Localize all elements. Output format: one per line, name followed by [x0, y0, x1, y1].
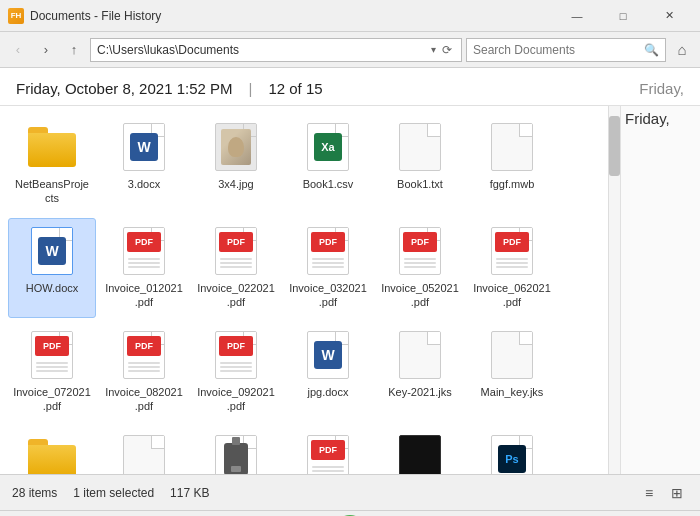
list-item[interactable]: PDF Invoice_062021.pdf: [468, 218, 556, 318]
black-file-icon: [394, 433, 446, 474]
list-item[interactable]: PDF Invoice_032021.pdf: [284, 218, 372, 318]
file-label: HOW.docx: [26, 281, 79, 295]
right-panel: Friday,: [620, 106, 700, 474]
word-file-icon: W: [118, 121, 170, 173]
excel-file-icon: Xa: [302, 121, 354, 173]
list-item[interactable]: PDF Invoice_092021.pdf: [192, 322, 280, 422]
generic-file-icon: [118, 433, 170, 474]
view-controls: ≡ ⊞: [638, 482, 688, 504]
list-item[interactable]: Ps: [468, 426, 556, 474]
list-item[interactable]: PDF Invoice_052021.pdf: [376, 218, 464, 318]
file-label: Invoice_092021.pdf: [197, 385, 275, 414]
list-item[interactable]: Main_key.jks: [468, 322, 556, 422]
pdf-file-icon: PDF: [394, 225, 446, 277]
list-item[interactable]: PDF: [284, 426, 372, 474]
file-label: Book1.csv: [303, 177, 354, 191]
pdf-file-icon: PDF: [118, 225, 170, 277]
list-item[interactable]: PDF Invoice_022021.pdf: [192, 218, 280, 318]
file-label: Key-2021.jks: [388, 385, 452, 399]
pdf-file-icon: PDF: [302, 433, 354, 474]
selected-count: 1 item selected: [73, 486, 154, 500]
file-label: Invoice_052021.pdf: [381, 281, 459, 310]
list-item[interactable]: [192, 426, 280, 474]
title-bar: FH Documents - File History — □ ✕: [0, 0, 700, 32]
file-label: Invoice_082021.pdf: [105, 385, 183, 414]
file-count: 12 of 15: [268, 80, 322, 97]
right-panel-date: Friday,: [625, 110, 670, 127]
pdf-file-icon: PDF: [210, 225, 262, 277]
file-label: Invoice_022021.pdf: [197, 281, 275, 310]
pdf-file-icon: PDF: [302, 225, 354, 277]
list-item[interactable]: Key-2021.jks: [376, 322, 464, 422]
up-button[interactable]: ↑: [62, 38, 86, 62]
list-item[interactable]: Xa Book1.csv: [284, 114, 372, 214]
search-box[interactable]: 🔍: [466, 38, 666, 62]
window-title: Documents - File History: [30, 9, 554, 23]
folder-icon: [26, 121, 78, 173]
file-label: fggf.mwb: [490, 177, 535, 191]
image-file-icon: [210, 121, 262, 173]
grid-view-button[interactable]: ⊞: [666, 482, 688, 504]
file-label: jpg.docx: [308, 385, 349, 399]
list-item[interactable]: W jpg.docx: [284, 322, 372, 422]
refresh-icon[interactable]: ⟳: [439, 43, 455, 57]
list-item[interactable]: [8, 426, 96, 474]
word-file-icon: W: [302, 329, 354, 381]
back-button[interactable]: ‹: [6, 38, 30, 62]
list-item[interactable]: [376, 426, 464, 474]
list-item[interactable]: 3x4.jpg: [192, 114, 280, 214]
playback-controls: ⏮ ◀ ▶ ▶ ⏭: [0, 510, 700, 516]
pdf-file-icon: PDF: [486, 225, 538, 277]
file-grid: NetBeansProjects W 3.docx: [8, 114, 600, 474]
main-content: NetBeansProjects W 3.docx: [0, 106, 700, 474]
close-button[interactable]: ✕: [646, 0, 692, 32]
list-item[interactable]: PDF Invoice_012021.pdf: [100, 218, 188, 318]
file-label: 3x4.jpg: [218, 177, 253, 191]
generic-file-icon: [394, 329, 446, 381]
list-item[interactable]: Book1.txt: [376, 114, 464, 214]
address-dropdown-icon[interactable]: ▾: [428, 44, 439, 55]
address-path: C:\Users\lukas\Documents: [97, 43, 428, 57]
app-icon: FH: [8, 8, 24, 24]
vertical-scrollbar[interactable]: [608, 106, 620, 474]
file-label: Main_key.jks: [481, 385, 544, 399]
forward-button[interactable]: ›: [34, 38, 58, 62]
date-text: Friday, October 8, 2021 1:52 PM: [16, 80, 233, 97]
file-label: Invoice_032021.pdf: [289, 281, 367, 310]
word-file-icon: W: [26, 225, 78, 277]
list-item[interactable]: PDF Invoice_072021.pdf: [8, 322, 96, 422]
address-field[interactable]: C:\Users\lukas\Documents ▾ ⟳: [90, 38, 462, 62]
list-item[interactable]: W 3.docx: [100, 114, 188, 214]
file-label: 3.docx: [128, 177, 160, 191]
pdf-file-icon: PDF: [26, 329, 78, 381]
header-divider: |: [249, 80, 253, 97]
ps-file-icon: Ps: [486, 433, 538, 474]
folder-icon: [26, 433, 78, 474]
text-file-icon: [394, 121, 446, 173]
status-bar: 28 items 1 item selected 117 KB ≡ ⊞: [0, 474, 700, 510]
maximize-button[interactable]: □: [600, 0, 646, 32]
minimize-button[interactable]: —: [554, 0, 600, 32]
search-input[interactable]: [473, 43, 640, 57]
list-item[interactable]: PDF Invoice_082021.pdf: [100, 322, 188, 422]
search-icon[interactable]: 🔍: [644, 43, 659, 57]
generic-file-icon: [486, 329, 538, 381]
list-item[interactable]: fggf.mwb: [468, 114, 556, 214]
pdf-file-icon: PDF: [118, 329, 170, 381]
list-item[interactable]: NetBeansProjects: [8, 114, 96, 214]
list-item[interactable]: [100, 426, 188, 474]
file-label: Invoice_012021.pdf: [105, 281, 183, 310]
file-area[interactable]: NetBeansProjects W 3.docx: [0, 106, 608, 474]
home-button[interactable]: ⌂: [670, 38, 694, 62]
list-view-button[interactable]: ≡: [638, 482, 660, 504]
address-bar: ‹ › ↑ C:\Users\lukas\Documents ▾ ⟳ 🔍 ⌂: [0, 32, 700, 68]
window-controls: — □ ✕: [554, 0, 692, 32]
right-date-partial: Friday,: [639, 80, 684, 97]
file-label: Invoice_072021.pdf: [13, 385, 91, 414]
file-label: Book1.txt: [397, 177, 443, 191]
scroll-thumb[interactable]: [609, 116, 620, 176]
file-label: NetBeansProjects: [13, 177, 91, 206]
device-file-icon: [210, 433, 262, 474]
item-count: 28 items: [12, 486, 57, 500]
list-item[interactable]: W HOW.docx: [8, 218, 96, 318]
